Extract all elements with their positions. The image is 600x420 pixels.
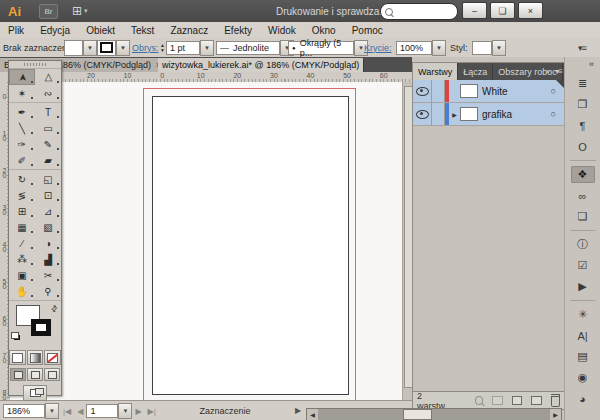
artboard-number-field[interactable]: 1 — [86, 404, 118, 418]
menu-item-okno[interactable]: Okno — [312, 25, 336, 36]
layers-panel-icon[interactable]: ❖ — [571, 166, 595, 183]
style-dropdown[interactable]: ▼ — [472, 41, 506, 54]
pencil-tool[interactable]: ✎ — [35, 136, 61, 152]
gradient-button[interactable] — [27, 350, 44, 365]
clipping-mask-icon[interactable] — [492, 396, 502, 405]
width-tool[interactable]: ≶ — [9, 187, 35, 203]
menu-item-edycja[interactable]: Edycja — [40, 25, 70, 36]
panel-overflow-icon[interactable]: » — [546, 67, 550, 76]
tools-panel-grip[interactable] — [9, 61, 61, 69]
blob-brush-tool[interactable]: ✐ — [9, 152, 35, 168]
gradient-tool[interactable]: ▧ — [35, 219, 61, 235]
stepper-icons[interactable]: ▲▼ — [160, 43, 165, 53]
stroke-type-dropdown[interactable]: — Jednolite ▼ — [216, 41, 294, 54]
rotate-tool[interactable]: ↻ — [9, 171, 35, 187]
stroke-panel-link[interactable]: Obrys: — [132, 41, 159, 54]
layer-expand-icon[interactable]: ▶ — [449, 111, 460, 118]
eraser-tool[interactable]: ▰ — [35, 152, 61, 168]
perspective-grid-tool[interactable]: ⊿ — [35, 203, 61, 219]
stroke-width-control[interactable]: ▲▼ 1 pt ▼ — [160, 41, 214, 54]
stroke-width-field[interactable]: 1 pt — [166, 41, 200, 55]
artboard-dropdown-icon[interactable]: ▼ — [118, 403, 132, 419]
layer-name[interactable]: grafika — [482, 109, 551, 120]
brush-dropdown[interactable]: ● Okrągły (5 p... ▼ — [288, 41, 368, 54]
status-display[interactable]: Zaznaczenie — [160, 404, 290, 418]
bridge-button[interactable]: Br — [39, 4, 58, 19]
lasso-tool[interactable]: ∾ — [35, 85, 61, 101]
selection-tool[interactable]: ➤ — [9, 69, 35, 85]
opacity-dropdown-icon[interactable]: ▼ — [432, 40, 446, 56]
new-layer-icon[interactable] — [531, 396, 541, 405]
zoom-control[interactable]: 186% ▼ — [3, 404, 59, 418]
actions-panel-icon[interactable]: ☑ — [571, 257, 595, 274]
first-artboard-button[interactable]: |◀ — [63, 407, 71, 416]
search-input[interactable] — [393, 5, 447, 18]
artboard-tool[interactable]: ▣ — [9, 267, 35, 283]
none-button[interactable] — [44, 350, 61, 365]
artboard[interactable] — [152, 96, 349, 395]
image-panel-icon[interactable]: ▤ — [571, 348, 595, 365]
transform-panel-icon[interactable]: ❐ — [571, 96, 595, 113]
paragraph-panel-icon[interactable]: ¶ — [571, 117, 595, 134]
fill-swatch[interactable] — [64, 40, 83, 56]
character-styles-panel-icon[interactable]: A| — [571, 327, 595, 344]
type-tool[interactable]: T — [35, 104, 61, 120]
vertical-scrollbar[interactable] — [402, 82, 412, 400]
draw-normal-button[interactable] — [10, 368, 26, 381]
scroll-left-icon[interactable]: ◀ — [307, 409, 318, 420]
opacity-control[interactable]: 100% ▼ — [396, 41, 446, 54]
layer-name[interactable]: White — [482, 86, 551, 97]
layer-lock-cell[interactable] — [432, 103, 445, 125]
slice-tool[interactable]: ✂ — [35, 267, 61, 283]
shape-builder-tool[interactable]: ⊞ — [9, 203, 35, 219]
line-segment-tool[interactable]: ╲ — [9, 120, 35, 136]
layer-target-icon[interactable]: ○ — [551, 109, 556, 119]
menu-item-efekty[interactable]: Efekty — [224, 25, 252, 36]
menu-item-widok[interactable]: Widok — [268, 25, 296, 36]
last-artboard-button[interactable]: ▶| — [148, 407, 156, 416]
horizontal-scrollbar-thumb[interactable] — [403, 409, 432, 420]
document-tab-active[interactable]: wizytowka_lukierek.ai* @ 186% (CMYK/Podg… — [158, 58, 364, 72]
next-artboard-button[interactable]: ▶ — [135, 407, 141, 416]
hand-tool[interactable]: ✋ — [9, 283, 35, 299]
layer-row[interactable]: White○ — [413, 80, 564, 103]
opacity-field[interactable]: 100% — [396, 41, 432, 55]
play-action-icon[interactable]: ▶ — [571, 278, 595, 295]
zoom-dropdown-icon[interactable]: ▼ — [45, 403, 59, 419]
horizontal-scrollbar[interactable]: ◀ ▶ — [306, 408, 562, 420]
panel-tab-łącza[interactable]: Łącza — [458, 63, 493, 80]
links-panel-icon[interactable]: ∞ — [571, 187, 595, 204]
minimize-button[interactable]: – — [462, 2, 487, 19]
stroke-width-dropdown-icon[interactable]: ▼ — [200, 40, 214, 56]
layer-thumbnail[interactable] — [460, 84, 478, 98]
close-button[interactable]: × — [518, 2, 543, 19]
pen-tool[interactable]: ✒ — [9, 104, 35, 120]
layer-row[interactable]: ▶grafika○ — [413, 103, 564, 126]
column-graph-tool[interactable]: ▟ — [35, 251, 61, 267]
paintbrush-tool[interactable]: ✑ — [9, 136, 35, 152]
fill-dropdown-icon[interactable]: ▼ — [83, 40, 97, 56]
panel-tab-warstwy[interactable]: Warstwy — [413, 63, 458, 80]
info-panel-icon[interactable]: ⓘ — [571, 236, 595, 253]
stroke-color-control[interactable]: ▼ — [97, 41, 130, 54]
color-wheel-panel-icon[interactable]: ✳ — [571, 306, 595, 323]
magic-wand-tool[interactable]: ✶ — [9, 85, 35, 101]
layer-lock-cell[interactable] — [432, 80, 445, 102]
opacity-panel-link[interactable]: Krycie: — [364, 41, 392, 54]
zoom-field[interactable]: 186% — [3, 404, 45, 418]
color-button[interactable] — [9, 350, 26, 365]
maximize-button[interactable]: ❏ — [490, 2, 515, 19]
layer-visibility-toggle[interactable] — [413, 103, 432, 125]
attributes-panel-icon[interactable]: ◉ — [571, 369, 595, 386]
free-transform-tool[interactable]: ⊡ — [35, 187, 61, 203]
blend-tool[interactable]: ◑ — [35, 235, 61, 251]
artboards-panel-icon[interactable]: ❏ — [571, 208, 595, 225]
collapse-dock-icon[interactable]: « — [589, 59, 594, 69]
default-fill-stroke-icon[interactable] — [11, 332, 21, 341]
scroll-right-icon[interactable]: ▶ — [550, 409, 561, 420]
menu-item-pomoc[interactable]: Pomoc — [352, 25, 383, 36]
prev-artboard-button[interactable]: ◀ — [77, 407, 83, 416]
navigator-panel-icon[interactable]: ◕ — [571, 390, 595, 407]
menu-item-plik[interactable]: Plik — [8, 25, 24, 36]
delete-layer-icon[interactable] — [551, 394, 560, 407]
